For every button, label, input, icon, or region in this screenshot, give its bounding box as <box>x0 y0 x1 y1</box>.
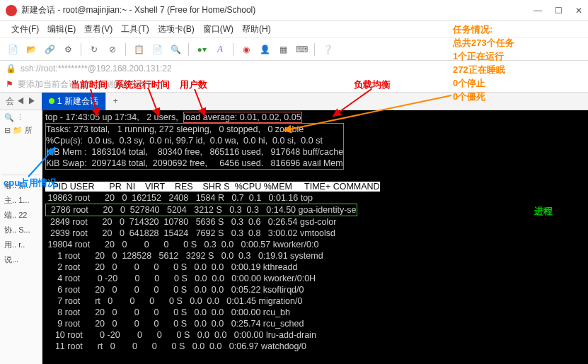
table-row: 1 root 20 0 128528 5612 3292 S 0.0 0.3 0… <box>45 251 323 261</box>
top-line1: top - 17:43:05 up 17:34, 2 users, load a… <box>45 112 302 123</box>
sidebar: 🔍 ⋮ ⊟ 📁 所 名.. 新.. 主.. 1... 端.. 22 协.. S.… <box>0 110 42 364</box>
app-icon <box>6 5 17 16</box>
help-icon[interactable]: ❔ <box>321 42 335 57</box>
table-row: 11 root rt 0 0 0 0 S 0.0 0.0 0:06.97 wat… <box>45 341 306 351</box>
status-dot-icon <box>49 98 54 104</box>
top-cpu: %Cpu(s): 0.0 us, 0.3 sy, 0.0 ni, 99.7 id… <box>46 136 323 146</box>
tab-scroll[interactable]: 会 ◀ ▶ <box>0 95 42 107</box>
prop-user: 用.. <box>4 240 16 249</box>
table-row: 2849 root 20 0 714320 10780 5636 S 0.3 0… <box>45 217 336 227</box>
table-row: 2 root 20 0 0 0 0 S 0.0 0.0 0:00.19 kthr… <box>45 262 297 272</box>
prop-host: 主.. <box>4 196 16 204</box>
summary-box: Tasks: 273 total, 1 running, 272 sleepin… <box>45 123 344 170</box>
tab-bar: 会 ◀ ▶ 1 新建会话 + <box>0 92 588 110</box>
menu-view[interactable]: 查看(V) <box>81 22 115 37</box>
sidebar-search[interactable]: 🔍 ⋮ <box>1 112 40 124</box>
sidebar-all[interactable]: 所 <box>25 126 33 134</box>
menu-bar: 文件(F) 编辑(E) 查看(V) 工具(T) 选项卡(B) 窗口(W) 帮助(… <box>0 21 588 38</box>
top-tasks: Tasks: 273 total, 1 running, 272 sleepin… <box>46 124 304 134</box>
address-bar: 🔒 ssh://root:*********@192.168.200.131:2… <box>0 61 588 76</box>
reconnect-icon[interactable]: ↻ <box>87 42 101 57</box>
font-icon[interactable]: A <box>213 42 227 57</box>
table-row: 6 root 20 0 0 0 0 S 0.0 0.0 0:05.22 ksof… <box>45 285 304 295</box>
top-swap: KiB Swap: 2097148 total, 2090692 free, 6… <box>46 158 343 168</box>
table-row: 19804 root 20 0 0 0 0 S 0.3 0.0 0:00.57 … <box>45 240 318 249</box>
tip-bar: ⚑ 要添加当前会话,点击左侧的箭头按钮。 <box>0 76 588 92</box>
tab-session-1[interactable]: 1 新建会话 <box>42 93 105 110</box>
flag-icon: ⚑ <box>6 79 13 89</box>
menu-edit[interactable]: 编辑(E) <box>45 22 79 37</box>
prop-desc: 说... <box>4 255 18 264</box>
menu-help[interactable]: 帮助(H) <box>239 22 274 37</box>
prop-port: 端.. <box>4 211 16 219</box>
table-row: 8 root 20 0 0 0 0 S 0.0 0.0 0:00.00 rcu_… <box>45 307 290 317</box>
table-row: 19863 root 20 0 162152 2408 1584 R 0.7 0… <box>45 193 313 203</box>
user-icon[interactable]: 👤 <box>258 42 272 57</box>
menu-file[interactable]: 文件(F) <box>8 22 42 37</box>
paste-icon[interactable]: 📄 <box>150 42 164 57</box>
minimize-button[interactable]: — <box>534 6 542 16</box>
copy-icon[interactable]: 📋 <box>132 42 146 57</box>
new-icon[interactable]: 📄 <box>6 42 20 57</box>
process-header: PID USER PR NI VIRT RES SHR S %CPU %MEM … <box>45 182 380 192</box>
prop-name: 名.. <box>4 181 16 189</box>
tab-label: 1 新建会话 <box>57 95 98 107</box>
prop-proto: 协.. <box>4 225 16 234</box>
keyboard-icon[interactable]: ⌨ <box>294 42 309 57</box>
table-row: 10 root 0 -20 0 0 0 S 0.0 0.0 0:00.00 lr… <box>45 330 316 340</box>
address-text[interactable]: ssh://root:*********@192.168.200.131:22 <box>21 64 172 74</box>
table-row: 9 root 20 0 0 0 0 S 0.0 0.0 0:25.74 rcu_… <box>45 319 304 329</box>
link-icon[interactable]: 🔗 <box>42 42 57 57</box>
grid-icon[interactable]: ▦ <box>276 42 290 57</box>
xshell-icon[interactable]: ◉ <box>239 42 253 57</box>
lock-icon: 🔒 <box>6 64 16 74</box>
search-icon[interactable]: 🔍 <box>168 42 183 57</box>
color-icon[interactable]: ●▾ <box>195 42 209 57</box>
top-mem: KiB Mem : 1863104 total, 80340 free, 865… <box>46 147 343 157</box>
window-title: 新建会话 - root@majinjian:~ - Xshell 7 (Free… <box>21 4 534 16</box>
table-row: 4 root 0 -20 0 0 0 S 0.0 0.0 0:00.00 kwo… <box>45 274 316 283</box>
sidebar-props: 名.. 新.. 主.. 1... 端.. 22 协.. S... 用.. r..… <box>1 175 40 267</box>
tip-text: 要添加当前会话,点击左侧的箭头按钮。 <box>18 78 164 90</box>
tab-add-button[interactable]: + <box>105 93 125 110</box>
close-button[interactable]: ✕ <box>575 6 582 16</box>
menu-tools[interactable]: 工具(T) <box>118 22 151 37</box>
disconnect-icon[interactable]: ⊘ <box>105 42 120 57</box>
highlight-row: 2786 root 20 0 527840 5204 3212 S 0.3 0.… <box>45 204 357 216</box>
menu-tabs[interactable]: 选项卡(B) <box>155 22 197 37</box>
open-icon[interactable]: 📂 <box>24 42 38 57</box>
title-bar: 新建会话 - root@majinjian:~ - Xshell 7 (Free… <box>0 0 588 21</box>
terminal[interactable]: top - 17:43:05 up 17:34, 2 users, load a… <box>42 110 588 364</box>
table-row: 2939 root 20 0 641828 15424 7692 S 0.3 0… <box>45 228 335 238</box>
menu-window[interactable]: 窗口(W) <box>200 22 236 37</box>
table-row: 2786 root 20 0 527840 5204 3212 S 0.3 0.… <box>46 205 357 215</box>
toolbar: 📄 📂 🔗 ⚙ ↻ ⊘ 📋 📄 🔍 ●▾ A ◉ 👤 ▦ ⌨ ❔ <box>0 38 588 61</box>
load-avg-box: load average: 0.01, 0.02, 0.05 <box>183 112 302 123</box>
table-row: 7 root rt 0 0 0 0 S 0.0 0.0 0:01.45 migr… <box>45 296 302 306</box>
gear-icon[interactable]: ⚙ <box>61 42 75 57</box>
maximize-button[interactable]: ☐ <box>555 6 563 16</box>
